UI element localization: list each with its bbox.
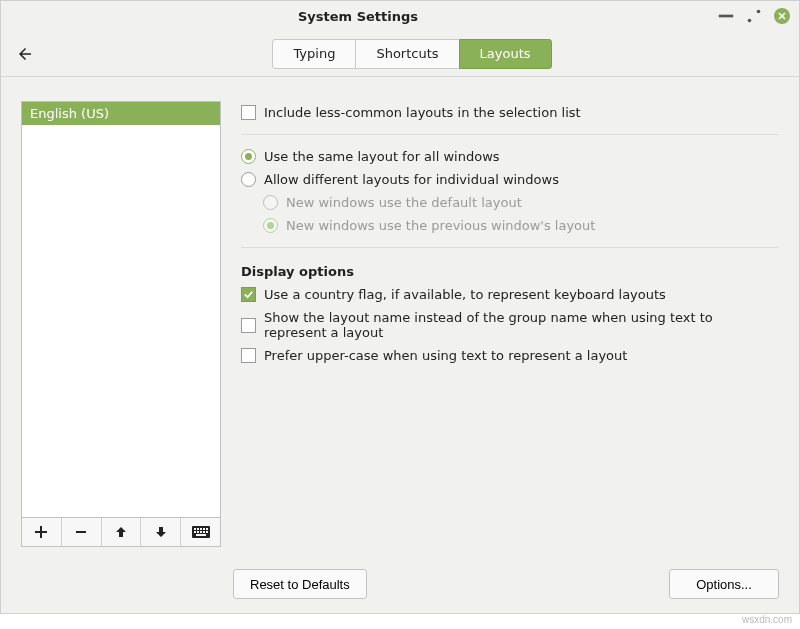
content-area: English (US) — [1, 77, 799, 559]
checkbox-icon — [241, 287, 256, 302]
option-label: New windows use the previous window's la… — [286, 218, 595, 233]
option-label: Use the same layout for all windows — [264, 149, 500, 164]
move-up-button[interactable] — [102, 518, 142, 546]
svg-rect-17 — [206, 531, 208, 533]
arrow-up-icon — [114, 525, 128, 539]
svg-rect-18 — [196, 534, 206, 536]
option-label: Include less-common layouts in the selec… — [264, 105, 581, 120]
layout-panel: English (US) — [21, 101, 221, 547]
close-icon — [774, 8, 790, 24]
close-button[interactable] — [773, 7, 791, 25]
option-layout-name[interactable]: Show the layout name instead of the grou… — [241, 306, 779, 344]
maximize-button[interactable] — [745, 7, 763, 25]
option-new-default: New windows use the default layout — [241, 191, 779, 214]
svg-rect-13 — [194, 531, 196, 533]
svg-rect-8 — [194, 528, 196, 530]
remove-layout-button[interactable] — [62, 518, 102, 546]
header: Typing Shortcuts Layouts — [1, 31, 799, 77]
back-button[interactable] — [13, 42, 37, 66]
titlebar: System Settings — [1, 1, 799, 31]
option-new-previous: New windows use the previous window's la… — [241, 214, 779, 237]
separator — [241, 247, 779, 248]
settings-window: System Settings Typing Shortcuts Layouts — [0, 0, 800, 614]
svg-rect-16 — [203, 531, 205, 533]
option-label: Show the layout name instead of the grou… — [264, 310, 779, 340]
window-title: System Settings — [9, 9, 707, 24]
option-same-for-all[interactable]: Use the same layout for all windows — [241, 145, 779, 168]
reset-defaults-button[interactable]: Reset to Defaults — [233, 569, 367, 599]
option-label: Prefer upper-case when using text to rep… — [264, 348, 627, 363]
plus-icon — [34, 525, 48, 539]
arrow-down-icon — [154, 525, 168, 539]
option-label: Allow different layouts for individual w… — [264, 172, 559, 187]
checkbox-icon — [241, 348, 256, 363]
options-button[interactable]: Options... — [669, 569, 779, 599]
option-label: New windows use the default layout — [286, 195, 522, 210]
keyboard-icon — [192, 525, 210, 539]
minimize-button[interactable] — [717, 7, 735, 25]
layout-list[interactable]: English (US) — [21, 101, 221, 518]
svg-rect-14 — [197, 531, 199, 533]
options-panel: Include less-common layouts in the selec… — [241, 101, 779, 547]
radio-icon — [241, 172, 256, 187]
radio-icon — [241, 149, 256, 164]
option-country-flag[interactable]: Use a country flag, if available, to rep… — [241, 283, 779, 306]
option-uppercase[interactable]: Prefer upper-case when using text to rep… — [241, 344, 779, 367]
svg-line-3 — [750, 12, 759, 21]
svg-rect-12 — [206, 528, 208, 530]
radio-icon — [263, 195, 278, 210]
footer: Reset to Defaults Options... — [1, 559, 799, 613]
option-per-window[interactable]: Allow different layouts for individual w… — [241, 168, 779, 191]
radio-icon — [263, 218, 278, 233]
add-layout-button[interactable] — [22, 518, 62, 546]
option-include-less-common[interactable]: Include less-common layouts in the selec… — [241, 101, 779, 124]
layout-item-english-us[interactable]: English (US) — [22, 102, 220, 125]
checkbox-icon — [241, 105, 256, 120]
tab-layouts[interactable]: Layouts — [459, 39, 552, 69]
tab-bar: Typing Shortcuts Layouts — [37, 39, 787, 69]
display-options-heading: Display options — [241, 264, 779, 279]
move-down-button[interactable] — [141, 518, 181, 546]
separator — [241, 134, 779, 135]
tab-typing[interactable]: Typing — [272, 39, 356, 69]
svg-rect-9 — [197, 528, 199, 530]
svg-rect-6 — [76, 531, 86, 533]
tab-shortcuts[interactable]: Shortcuts — [355, 39, 459, 69]
show-keyboard-button[interactable] — [181, 518, 220, 546]
watermark: wsxdn.com — [0, 614, 800, 629]
minus-icon — [74, 525, 88, 539]
svg-rect-15 — [200, 531, 202, 533]
checkbox-icon — [241, 318, 256, 333]
option-label: Use a country flag, if available, to rep… — [264, 287, 666, 302]
svg-rect-11 — [203, 528, 205, 530]
svg-rect-10 — [200, 528, 202, 530]
layout-list-toolbar — [21, 518, 221, 547]
